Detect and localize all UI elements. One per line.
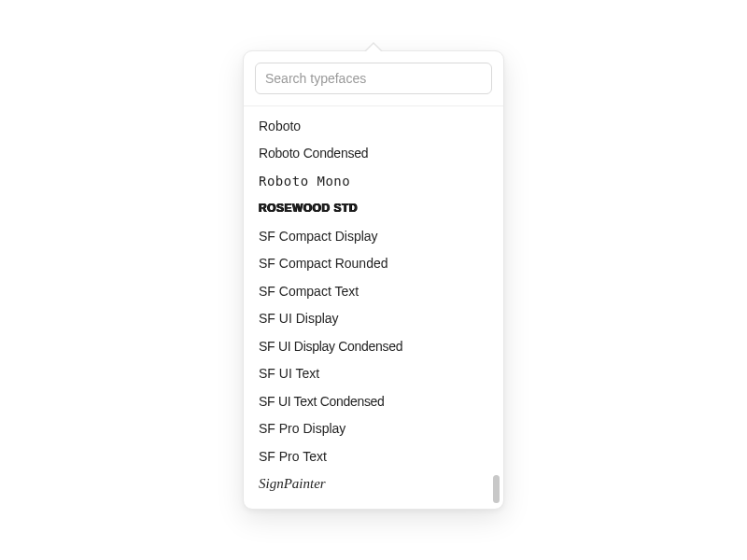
font-label: SignPainter: [259, 476, 326, 492]
font-option[interactable]: ROSEWOOD STD: [244, 195, 503, 223]
font-label: SF Compact Text: [259, 284, 359, 299]
font-label: SF Pro Text: [259, 449, 327, 464]
font-label: SF Compact Display: [259, 229, 378, 244]
font-option[interactable]: SF UI Text Condensed: [244, 387, 503, 415]
font-option[interactable]: SF Pro Display: [244, 415, 503, 443]
font-option[interactable]: SignPainter: [244, 470, 503, 498]
font-option[interactable]: SF Pro Text: [244, 442, 503, 470]
font-label: ROSEWOOD STD: [259, 202, 358, 215]
font-option[interactable]: SF Compact Display: [244, 222, 503, 250]
font-label: SF UI Text Condensed: [259, 394, 385, 409]
font-label: Roboto: [259, 119, 301, 133]
font-option[interactable]: Roboto Mono: [244, 167, 503, 195]
font-option[interactable]: SF Compact Rounded: [244, 250, 503, 278]
font-label: SF UI Display: [259, 311, 339, 326]
font-list: Roboto Roboto Condensed Roboto Mono ROSE…: [244, 106, 503, 509]
font-label: SF Compact Rounded: [259, 256, 388, 271]
font-label: SF Pro Display: [259, 421, 345, 436]
font-label: Roboto Mono: [259, 174, 350, 189]
font-option[interactable]: SF UI Text: [244, 360, 503, 388]
scrollbar-track[interactable]: [493, 112, 500, 503]
search-input[interactable]: [255, 63, 492, 94]
font-option[interactable]: Roboto Condensed: [244, 140, 503, 168]
font-picker-popover: Roboto Roboto Condensed Roboto Mono ROSE…: [243, 50, 504, 510]
font-option[interactable]: SF UI Display Condensed: [244, 332, 503, 360]
font-label: SF UI Display Condensed: [259, 339, 402, 354]
scrollbar-thumb[interactable]: [493, 475, 500, 503]
font-label: SF UI Text: [259, 366, 319, 381]
search-wrap: [244, 51, 503, 106]
font-option[interactable]: SF UI Display: [244, 305, 503, 333]
font-list-area: Roboto Roboto Condensed Roboto Mono ROSE…: [244, 106, 503, 509]
font-option[interactable]: Roboto: [244, 112, 503, 140]
font-label: Roboto Condensed: [259, 146, 368, 161]
font-option[interactable]: SF Compact Text: [244, 277, 503, 305]
